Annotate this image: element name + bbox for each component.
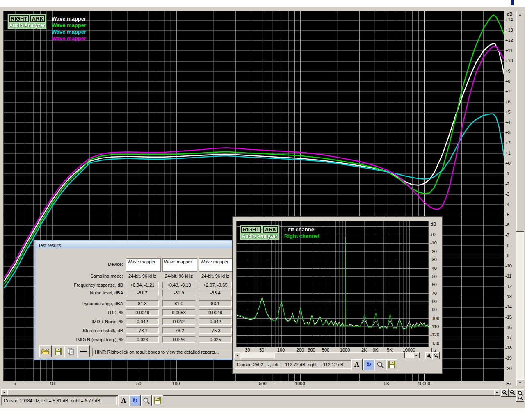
- zoom-out-horizontal-button[interactable]: [509, 389, 516, 397]
- zoom-out-icon: [434, 353, 438, 358]
- db-tick-label: -90: [430, 307, 437, 312]
- refresh-button[interactable]: ↻: [363, 359, 374, 370]
- result-value-box[interactable]: -75.3: [199, 327, 232, 334]
- db-tick-label: +1: [505, 151, 511, 155]
- row-label: Dynamic range, dBA: [72, 301, 123, 306]
- result-value-box[interactable]: 0.0048: [199, 309, 232, 316]
- freq-tick-label: 100: [172, 381, 180, 386]
- floppy-disk-icon: [388, 361, 396, 369]
- zoom-out-button[interactable]: [432, 352, 440, 359]
- db-tick-label: -7: [505, 233, 509, 237]
- main-legend: Wave mapper Wave mapper Wave mapper Wave…: [52, 16, 86, 42]
- logo-waveform-icon: [261, 226, 262, 233]
- cursor-readout: Cursor: 2502 Hz, left = -112.72 dB, righ…: [237, 362, 343, 367]
- result-value-box[interactable]: 81.3: [126, 300, 159, 307]
- db-tick-label: -10: [430, 240, 437, 245]
- zoom-in-button[interactable]: [425, 352, 432, 359]
- open-results-button[interactable]: [39, 345, 52, 357]
- freq-tick-label: 10000: [418, 381, 430, 386]
- db-tick-label: -4: [505, 202, 509, 207]
- result-value-box[interactable]: 0.025: [199, 336, 232, 343]
- magnifier-button[interactable]: [374, 359, 386, 370]
- refresh-button[interactable]: ↻: [129, 395, 141, 406]
- db-tick-label: -14: [505, 304, 512, 309]
- result-value-box[interactable]: +2.07, -0.65: [199, 282, 232, 288]
- result-value-box[interactable]: 83.1: [199, 300, 232, 307]
- zoom-in-icon: [426, 353, 431, 358]
- device-name-box[interactable]: Wave mapper: [199, 258, 234, 272]
- logo-subtitle: Audio Analyzer: [241, 233, 278, 239]
- copy-icon: [67, 348, 75, 355]
- db-tick-label: -17: [505, 335, 512, 340]
- minus-icon: [80, 351, 87, 352]
- db-tick-label: -8: [505, 243, 509, 248]
- result-value-box[interactable]: 0.0053: [162, 309, 195, 316]
- db-tick-label: +4: [505, 120, 511, 125]
- open-folder-icon: [41, 348, 50, 355]
- scroll-left-button[interactable]: ◄: [1, 389, 7, 396]
- result-value-box[interactable]: 0.042: [199, 318, 232, 325]
- scroll-right-button[interactable]: ►: [413, 352, 420, 358]
- zoom-in-horizontal-button[interactable]: [501, 389, 509, 397]
- db-tick-label: -16: [505, 325, 512, 330]
- freq-tick-label: 1000: [340, 347, 350, 352]
- copy-results-button[interactable]: [64, 345, 77, 357]
- zoom-out-vertical-button[interactable]: [516, 389, 524, 397]
- main-horizontal-scrollbar[interactable]: ◄ ►: [1, 389, 500, 396]
- save-results-button[interactable]: [52, 345, 64, 357]
- freq-tick-label: 3K: [373, 347, 378, 352]
- result-value-box[interactable]: 0.026: [126, 336, 159, 343]
- legend-item: Wave mapper: [52, 35, 86, 42]
- font-button[interactable]: A: [118, 395, 129, 406]
- spectrum-horizontal-scrollbar[interactable]: ◄ ►: [234, 352, 420, 358]
- result-value-box[interactable]: 0.0048: [126, 309, 159, 316]
- result-value-box[interactable]: -83.4: [199, 290, 232, 296]
- row-label: IMD+N (swept freq.), %: [72, 337, 123, 342]
- horizontal-scroll-thumb[interactable]: [7, 389, 494, 396]
- scroll-down-button[interactable]: ▼: [516, 379, 524, 386]
- font-button[interactable]: A: [351, 359, 363, 370]
- refresh-icon: ↻: [132, 397, 138, 404]
- device-name-box[interactable]: Wave mapper: [162, 258, 197, 272]
- scroll-left-button[interactable]: ◄: [234, 352, 240, 358]
- logo-ark-text: ARK: [30, 15, 45, 22]
- db-tick-label: -12: [505, 284, 512, 289]
- legend-item: Wave mapper: [52, 16, 86, 22]
- result-value-box[interactable]: -81.7: [126, 290, 159, 296]
- save-button[interactable]: [152, 395, 163, 406]
- sampling-mode-value: 24-bit, 96 kHz: [126, 274, 159, 278]
- horizontal-scroll-thumb[interactable]: [274, 352, 405, 358]
- db-tick-label: -10: [505, 263, 512, 268]
- result-value-box[interactable]: 0.042: [162, 318, 195, 325]
- db-tick-label: +7: [505, 89, 511, 94]
- device-label: Device:: [72, 262, 123, 267]
- device-name-box[interactable]: Wave mapper: [126, 258, 161, 272]
- db-tick-label: +2: [505, 140, 511, 145]
- scroll-right-button[interactable]: ►: [494, 389, 500, 396]
- vertical-scroll-thumb[interactable]: [516, 18, 524, 232]
- db-tick-label: +10: [505, 58, 513, 63]
- sampling-mode-value: 24-bit, 96 kHz: [162, 274, 195, 278]
- db-tick-label: -19: [505, 356, 512, 361]
- logo-right-text: RIGHT: [241, 226, 261, 233]
- hint-text: HINT: Right-click on result boxes to vie…: [95, 349, 219, 354]
- result-value-box[interactable]: 81.0: [162, 300, 195, 307]
- scroll-up-button[interactable]: ▲: [516, 11, 524, 18]
- db-tick-label: -18: [505, 345, 512, 350]
- result-value-box[interactable]: -73.1: [126, 327, 159, 334]
- result-value-box[interactable]: 0.026: [162, 336, 195, 343]
- result-value-box[interactable]: 0.042: [126, 318, 159, 325]
- magnifier-button[interactable]: [141, 395, 152, 406]
- db-tick-label: -110: [430, 324, 439, 329]
- sampling-mode-value: 24-bit, 96 kHz: [199, 274, 232, 278]
- remove-column-button[interactable]: [77, 345, 90, 357]
- result-value-box[interactable]: -73.2: [162, 327, 195, 334]
- logo-ark-text: ARK: [263, 226, 278, 233]
- save-button[interactable]: [386, 359, 397, 370]
- legend-item: Right channel: [284, 233, 320, 240]
- main-vertical-scrollbar[interactable]: ▲ ▼: [516, 11, 524, 386]
- result-value-box[interactable]: +0.43, -0.18: [162, 282, 195, 288]
- db-tick-label: +0: [505, 161, 511, 166]
- result-value-box[interactable]: +0.94, -1.21: [126, 282, 159, 288]
- result-value-box[interactable]: -81.9: [162, 290, 195, 296]
